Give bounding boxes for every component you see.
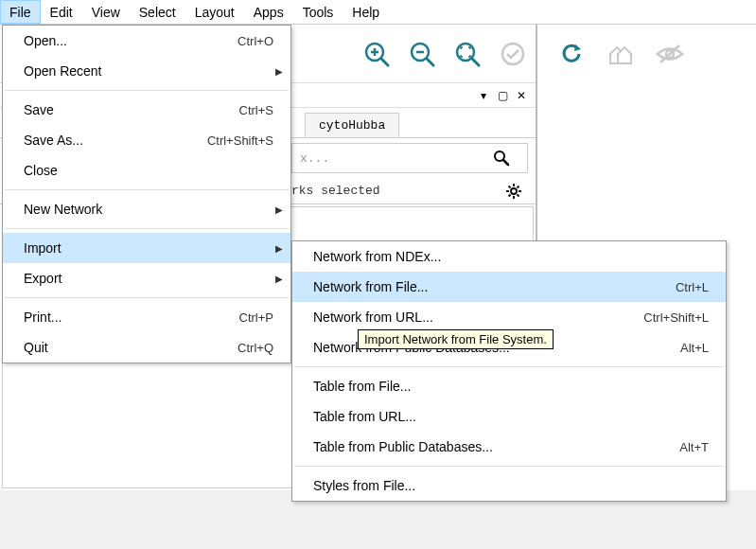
menu-item-new-network[interactable]: New Network ▶: [3, 194, 290, 224]
menu-separator: [294, 466, 724, 467]
home-icon[interactable]: [606, 39, 636, 69]
search-icon[interactable]: [493, 150, 519, 167]
tooltip: Import Network from File System.: [358, 329, 554, 349]
menu-separator: [5, 90, 289, 91]
menu-item-network-file[interactable]: Network from File... Ctrl+L: [292, 272, 726, 302]
zoom-in-icon[interactable]: [361, 39, 392, 69]
menu-item-save-as[interactable]: Save As... Ctrl+Shift+S: [3, 125, 290, 155]
menu-item-network-url[interactable]: Network from URL... Ctrl+Shift+L: [292, 302, 726, 332]
menu-item-print[interactable]: Print... Ctrl+P: [3, 302, 290, 332]
menu-separator: [5, 189, 289, 190]
menu-item-close[interactable]: Close: [3, 155, 290, 186]
menu-item-save[interactable]: Save Ctrl+S: [3, 95, 290, 125]
zoom-fit-icon[interactable]: [452, 39, 483, 69]
menu-item-quit[interactable]: Quit Ctrl+Q: [3, 332, 290, 363]
svg-line-22: [509, 186, 511, 187]
svg-line-25: [509, 194, 511, 196]
search-placeholder: x...: [300, 151, 493, 166]
menu-separator: [5, 228, 289, 229]
chevron-right-icon: ▶: [275, 243, 283, 254]
refresh-icon[interactable]: [556, 39, 587, 69]
menu-tools[interactable]: Tools: [293, 0, 343, 24]
svg-marker-26: [574, 44, 581, 51]
chevron-right-icon: ▶: [275, 274, 283, 284]
menu-item-styles-file[interactable]: Styles from File...: [292, 470, 726, 501]
menu-file[interactable]: File: [0, 0, 41, 24]
menu-item-table-file[interactable]: Table from File...: [292, 371, 726, 401]
menu-item-table-public[interactable]: Table from Public Databases... Alt+T: [292, 432, 726, 462]
svg-line-10: [427, 59, 433, 65]
menu-item-network-ndex[interactable]: Network from NDEx...: [292, 241, 726, 272]
chevron-right-icon: ▶: [275, 66, 283, 77]
menu-separator: [5, 297, 289, 298]
svg-line-16: [503, 160, 508, 165]
tab-cytohubba[interactable]: cytoHubba: [305, 113, 399, 137]
apply-icon[interactable]: [498, 39, 528, 69]
import-submenu: Network from NDEx... Network from File..…: [291, 240, 727, 502]
chevron-right-icon: ▶: [275, 204, 283, 215]
menu-item-open-recent[interactable]: Open Recent ▶: [3, 56, 290, 86]
dropdown-caret-icon[interactable]: ▾: [477, 89, 490, 102]
svg-line-6: [381, 59, 388, 65]
menu-item-table-url[interactable]: Table from URL...: [292, 401, 726, 432]
visibility-icon[interactable]: [655, 39, 685, 69]
menu-item-open[interactable]: Open... Ctrl+O: [3, 26, 290, 56]
menu-select[interactable]: Select: [130, 0, 185, 24]
gear-icon[interactable]: [505, 183, 528, 200]
zoom-out-icon[interactable]: [407, 39, 437, 69]
menu-layout[interactable]: Layout: [185, 0, 244, 24]
status-text: rks selected: [291, 184, 505, 198]
svg-line-24: [518, 186, 519, 187]
menu-item-export[interactable]: Export ▶: [3, 263, 290, 293]
close-icon[interactable]: ✕: [515, 89, 528, 102]
svg-line-13: [472, 59, 479, 65]
maximize-icon[interactable]: ▢: [496, 89, 509, 102]
svg-point-17: [511, 188, 517, 194]
right-toolbar: [537, 25, 756, 83]
menu-apps[interactable]: Apps: [244, 0, 293, 24]
svg-point-14: [502, 44, 523, 64]
menu-item-import[interactable]: Import ▶: [3, 233, 290, 263]
menu-view[interactable]: View: [82, 0, 130, 24]
menu-separator: [294, 366, 724, 367]
menu-help[interactable]: Help: [343, 0, 389, 24]
svg-line-23: [518, 194, 519, 196]
file-dropdown: Open... Ctrl+O Open Recent ▶ Save Ctrl+S…: [2, 25, 291, 363]
search-input[interactable]: x...: [291, 143, 528, 173]
menu-edit[interactable]: Edit: [41, 0, 82, 24]
menubar: File Edit View Select Layout Apps Tools …: [0, 0, 756, 25]
